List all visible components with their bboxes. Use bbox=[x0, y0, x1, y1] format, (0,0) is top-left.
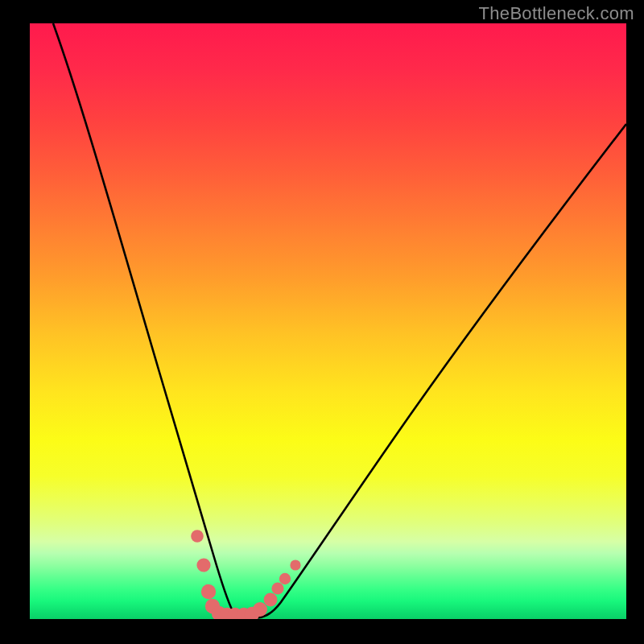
marker-dot bbox=[196, 558, 210, 572]
chart-frame: TheBottleneck.com bbox=[0, 0, 644, 644]
watermark: TheBottleneck.com bbox=[479, 3, 634, 24]
bottleneck-curve bbox=[53, 23, 626, 618]
marker-dot bbox=[271, 582, 283, 594]
marker-group bbox=[191, 530, 300, 619]
marker-dot bbox=[201, 584, 216, 599]
marker-dot bbox=[290, 559, 300, 570]
curve-layer bbox=[30, 23, 626, 619]
marker-dot bbox=[191, 530, 204, 543]
marker-dot bbox=[264, 593, 278, 607]
plot-area bbox=[30, 23, 626, 619]
marker-dot bbox=[279, 573, 291, 584]
marker-dot bbox=[253, 602, 267, 617]
